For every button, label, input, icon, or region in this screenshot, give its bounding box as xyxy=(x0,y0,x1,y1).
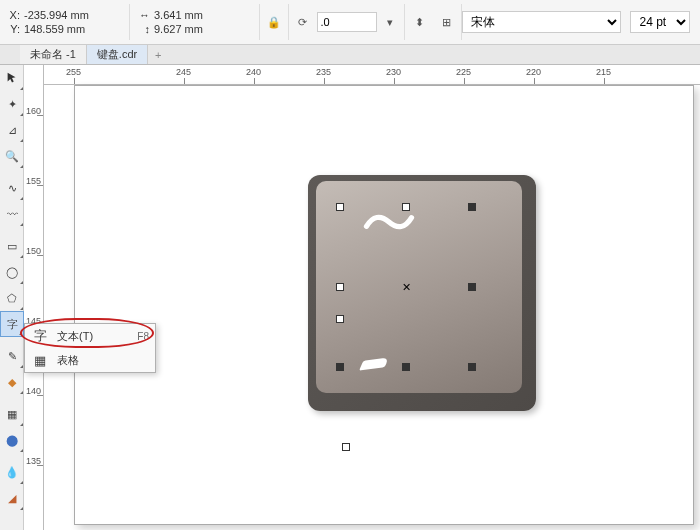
table-icon: ▦ xyxy=(31,353,49,368)
canvas[interactable]: ✕ xyxy=(44,85,700,530)
sel-handle-se[interactable] xyxy=(468,363,476,371)
y-label: Y: xyxy=(6,23,20,35)
sel-handle-sw2[interactable] xyxy=(336,363,344,371)
font-size-select[interactable]: 24 pt xyxy=(630,11,690,33)
polygon-tool[interactable]: ⬠ xyxy=(0,285,24,311)
small-selection-marker[interactable] xyxy=(342,443,350,451)
toolbox: ✦ ⊿ 🔍 ∿ 〰 ▭ ◯ ⬠ 字 ✎ ◆ ▦ ⬤ 💧 ◢ xyxy=(0,65,24,530)
document-tabs: 未命名 -1 键盘.cdr + xyxy=(0,45,700,65)
text-tool-flyout: 字 文本(T) F8 ▦ 表格 xyxy=(24,323,156,373)
rotate-icon[interactable]: ⟳ xyxy=(289,8,317,36)
freehand-tool[interactable]: ∿ xyxy=(0,175,24,201)
sel-handle-w[interactable] xyxy=(336,283,344,291)
y-value: 148.559 mm xyxy=(24,23,85,35)
flyout-text-label: 文本(T) xyxy=(57,329,93,344)
rotation-input[interactable] xyxy=(317,12,377,32)
flyout-text-shortcut: F8 xyxy=(137,331,149,342)
align-button-1[interactable]: ⬍ xyxy=(405,8,433,36)
sel-handle-nw[interactable] xyxy=(336,203,344,211)
object-dimensions: ↔3.641 mm ↕9.627 mm xyxy=(130,0,259,45)
width-value: 3.641 mm xyxy=(154,9,203,21)
sel-center-marker: ✕ xyxy=(402,281,411,294)
crop-tool[interactable]: ⊿ xyxy=(0,117,24,143)
cursor-coordinates: X:-235.994 mm Y:148.559 mm xyxy=(0,0,129,45)
rectangle-tool[interactable]: ▭ xyxy=(0,233,24,259)
x-value: -235.994 mm xyxy=(24,9,89,21)
x-label: X: xyxy=(6,9,20,21)
ruler-horizontal[interactable]: 255 245 240 235 230 225 220 215 xyxy=(44,65,700,85)
flyout-text-item[interactable]: 字 文本(T) F8 xyxy=(25,324,155,348)
sel-handle-n[interactable] xyxy=(402,203,410,211)
flyout-table-item[interactable]: ▦ 表格 xyxy=(25,348,155,372)
tab-add-button[interactable]: + xyxy=(148,45,168,64)
dropper-tool[interactable]: ✎ xyxy=(0,343,24,369)
grave-glyph xyxy=(359,357,389,370)
fill-tool[interactable]: ◆ xyxy=(0,369,24,395)
interactive-tool[interactable]: ⬤ xyxy=(0,427,24,453)
sel-handle-ne[interactable] xyxy=(468,203,476,211)
align-button-2[interactable]: ⊞ xyxy=(433,8,461,36)
paint-tool[interactable]: ◢ xyxy=(0,485,24,511)
text-icon: 字 xyxy=(31,327,49,345)
width-icon: ↔ xyxy=(136,9,150,21)
zoom-tool[interactable]: 🔍 xyxy=(0,143,24,169)
sel-handle-sw[interactable] xyxy=(336,315,344,323)
eyedropper-tool[interactable]: 💧 xyxy=(0,459,24,485)
bezier-tool[interactable]: 〰 xyxy=(0,201,24,227)
lock-ratio-button[interactable]: 🔒 xyxy=(260,8,288,36)
rotation-stepper[interactable]: ▾ xyxy=(377,8,405,36)
keycap-top xyxy=(316,181,522,393)
ruler-vertical[interactable]: 160 155 150 145 140 135 xyxy=(24,65,44,530)
table-tool[interactable]: ▦ xyxy=(0,401,24,427)
property-bar: X:-235.994 mm Y:148.559 mm ↔3.641 mm ↕9.… xyxy=(0,0,700,45)
pick-tool[interactable] xyxy=(0,65,24,91)
tab-keyboard[interactable]: 键盘.cdr xyxy=(87,45,148,64)
height-value: 9.627 mm xyxy=(154,23,203,35)
shape-tool[interactable]: ✦ xyxy=(0,91,24,117)
ellipse-tool[interactable]: ◯ xyxy=(0,259,24,285)
tilde-glyph xyxy=(362,209,416,235)
sel-handle-s[interactable] xyxy=(402,363,410,371)
sel-handle-e[interactable] xyxy=(468,283,476,291)
canvas-area[interactable]: 255 245 240 235 230 225 220 215 ✕ xyxy=(44,65,700,530)
height-icon: ↕ xyxy=(136,23,150,35)
flyout-table-label: 表格 xyxy=(57,353,79,368)
text-tool[interactable]: 字 xyxy=(0,311,24,337)
tab-untitled[interactable]: 未命名 -1 xyxy=(20,45,87,64)
font-family-select[interactable]: 宋体 xyxy=(462,11,621,33)
